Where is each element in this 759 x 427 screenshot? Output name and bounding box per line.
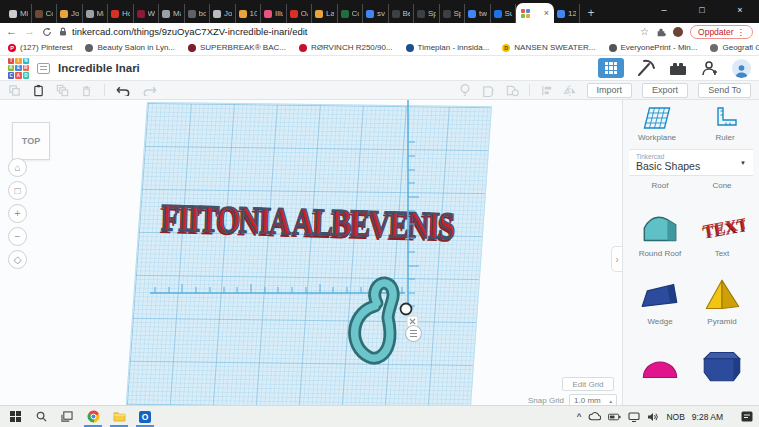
bricks-icon[interactable] <box>668 59 688 77</box>
language-indicator[interactable]: NOB <box>666 412 684 422</box>
bookmark-item[interactable]: P(127) Pinterest <box>8 43 72 52</box>
taskbar-outlook-button[interactable]: O <box>132 406 158 427</box>
clock[interactable]: 9:28 AM <box>692 412 723 422</box>
bookmark-item[interactable]: EveryonePrint - Min... <box>609 43 698 52</box>
import-button[interactable]: Import <box>587 83 633 98</box>
start-button[interactable] <box>2 406 28 427</box>
browser-tab[interactable]: Wo <box>134 4 160 23</box>
minimize-button[interactable]: – <box>645 0 683 20</box>
browser-tab[interactable]: Mal <box>83 4 109 23</box>
shape-item-pyramid[interactable]: Pyramid <box>691 276 753 326</box>
browser-tab[interactable]: svg <box>363 4 389 23</box>
browser-update-button[interactable]: Oppdater ⋮ <box>690 25 753 39</box>
undo-icon[interactable] <box>116 84 131 96</box>
design-canvas[interactable]: FIITONIA ALBEVENIS <box>0 100 622 405</box>
browser-tab[interactable]: Cou <box>32 4 58 23</box>
onedrive-cloud-icon[interactable] <box>588 412 601 421</box>
ruler-vertical-line[interactable] <box>408 100 419 308</box>
shape-library-dropdown[interactable]: Tinkercad Basic Shapes ▼ <box>629 149 753 176</box>
taskbar-chrome-button[interactable] <box>80 406 106 427</box>
ruler-origin-handle[interactable] <box>401 304 412 315</box>
shape-item-cone[interactable]: Cone <box>691 180 753 190</box>
design-title[interactable]: Incredible Inari <box>58 62 140 74</box>
group-icon[interactable] <box>481 84 495 97</box>
browser-tab[interactable]: Las <box>312 4 338 23</box>
bookmark-item[interactable]: SUPERBREAK® BAC... <box>188 43 286 52</box>
action-center-icon[interactable] <box>741 411 753 422</box>
taskbar-search-button[interactable] <box>28 406 54 427</box>
export-button[interactable]: Export <box>642 83 688 98</box>
browser-tab[interactable]: Ma <box>159 4 185 23</box>
browser-tab[interactable]: Illu <box>261 4 287 23</box>
browser-tab[interactable]: 10 <box>236 4 262 23</box>
close-button[interactable]: × <box>721 0 759 20</box>
send-to-button[interactable]: Send To <box>698 83 751 98</box>
bookmark-item[interactable]: RØRVINCH R250/90... <box>299 43 393 52</box>
shape-item-text[interactable]: TEXTTEXT Text <box>691 208 753 258</box>
browser-tab-active-tinkercad[interactable]: × <box>516 3 554 23</box>
shape-item-roof[interactable]: Roof <box>629 180 691 190</box>
redo-icon[interactable] <box>142 84 157 96</box>
network-icon[interactable] <box>628 412 640 422</box>
design-properties-icon[interactable] <box>37 63 50 74</box>
extensions-icon[interactable] <box>656 27 666 37</box>
align-icon[interactable] <box>540 84 553 97</box>
perspective-toggle-button[interactable]: ◇ <box>8 250 27 269</box>
shape-item-polygon[interactable] <box>691 344 753 384</box>
home-view-button[interactable]: ⌂ <box>8 158 27 177</box>
tinkercad-logo[interactable]: TINKERCAD <box>8 58 29 79</box>
browser-tab[interactable]: Spa <box>414 4 440 23</box>
zoom-out-button[interactable]: − <box>8 227 27 246</box>
blocks-view-button[interactable] <box>598 58 624 78</box>
browser-tab[interactable]: Ho <box>108 4 134 23</box>
speaker-icon[interactable] <box>647 412 659 422</box>
shape-item-half-sphere[interactable] <box>629 344 691 384</box>
ruler-horizontal-line[interactable] <box>150 284 405 293</box>
edit-grid-button[interactable]: Edit Grid <box>562 377 614 391</box>
view-cube[interactable]: TOP <box>12 122 50 160</box>
taskbar-file-explorer-button[interactable] <box>106 406 132 427</box>
browser-tab[interactable]: Bet <box>389 4 415 23</box>
browser-tab[interactable]: OA <box>287 4 313 23</box>
shape-item-wedge[interactable]: Wedge <box>629 276 691 326</box>
url-field[interactable]: tinkercad.com/things/9zuOyaC7XZV-incredi… <box>59 26 633 37</box>
bookmark-item[interactable]: DNANSEN SWEATER... <box>502 43 595 52</box>
snap-grid-select[interactable]: 1.0 mm ▴ <box>569 394 617 405</box>
browser-profile-avatar[interactable] <box>673 27 683 37</box>
copy-icon[interactable] <box>8 84 21 97</box>
browser-tab[interactable]: Sur <box>491 4 517 23</box>
browser-tab[interactable]: Mi <box>6 4 32 23</box>
show-all-lightbulb-icon[interactable] <box>459 83 471 97</box>
reload-icon[interactable] <box>42 27 52 37</box>
new-tab-button[interactable]: + <box>580 6 603 23</box>
ruler-tool[interactable]: Ruler <box>691 106 759 142</box>
delete-icon[interactable] <box>80 84 93 97</box>
browser-menu-icon[interactable]: ⋮ <box>737 27 746 37</box>
battery-icon[interactable] <box>608 413 621 421</box>
share-user-icon[interactable] <box>700 59 720 77</box>
workplane-tool[interactable]: Workplane <box>623 106 691 142</box>
user-avatar[interactable] <box>732 59 751 78</box>
browser-tab[interactable]: Cor <box>338 4 364 23</box>
paste-icon[interactable] <box>32 84 45 97</box>
bookmark-item[interactable]: Timeplan - innsida... <box>406 43 490 52</box>
forward-icon[interactable]: → <box>24 26 35 37</box>
task-view-button[interactable] <box>54 406 80 427</box>
panel-collapse-button[interactable]: › <box>611 246 622 272</box>
duplicate-icon[interactable] <box>56 84 69 97</box>
tray-expand-icon[interactable]: ^ <box>577 412 582 421</box>
browser-tab[interactable]: Joi <box>57 4 83 23</box>
bookmark-star-icon[interactable]: ☆ <box>640 26 649 37</box>
back-icon[interactable]: ← <box>6 26 17 37</box>
browser-tab[interactable]: Spa <box>440 4 466 23</box>
maximize-button[interactable]: □ <box>683 0 721 20</box>
ungroup-icon[interactable] <box>505 84 519 97</box>
browser-tab[interactable]: 12 <box>554 4 580 23</box>
browser-tab[interactable]: Joi <box>210 4 236 23</box>
fit-view-button[interactable]: □ <box>8 181 27 200</box>
bookmark-item[interactable]: Geografi Geografi <box>710 43 759 52</box>
ruler-menu-handle[interactable] <box>406 326 422 342</box>
mirror-icon[interactable] <box>563 84 577 97</box>
shape-item-round-roof[interactable]: Round Roof <box>629 208 691 258</box>
minecraft-pickaxe-icon[interactable] <box>636 59 656 77</box>
